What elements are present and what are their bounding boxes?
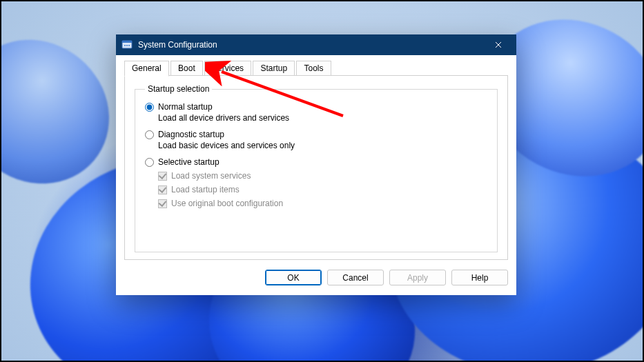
checkbox-label: Load startup items (171, 185, 240, 194)
close-icon (495, 41, 502, 48)
tab-services[interactable]: Services (204, 61, 251, 76)
radio-diagnostic-startup[interactable] (145, 130, 154, 139)
tab-boot[interactable]: Boot (170, 61, 203, 76)
button-label: Cancel (342, 273, 368, 283)
help-button[interactable]: Help (451, 270, 508, 285)
tab-general[interactable]: General (124, 61, 169, 77)
radio-label: Diagnostic startup (158, 130, 224, 139)
apply-button[interactable]: Apply (389, 270, 446, 285)
tab-strip: General Boot Services Startup Tools (124, 61, 508, 76)
tab-label: General (132, 63, 162, 73)
radio-label: Normal startup (158, 102, 213, 112)
cancel-button[interactable]: Cancel (327, 270, 384, 285)
dialog-button-row: OK Cancel Apply Help (124, 270, 508, 285)
radio-label: Selective startup (158, 157, 219, 167)
window-title: System Configuration (138, 40, 217, 50)
tab-tools[interactable]: Tools (296, 61, 331, 76)
tab-label: Boot (178, 63, 195, 73)
button-label: Apply (407, 273, 428, 283)
ok-button[interactable]: OK (265, 270, 322, 285)
button-label: Help (471, 273, 489, 283)
tab-startup[interactable]: Startup (253, 61, 295, 76)
checkbox-label: Use original boot configuration (171, 199, 283, 208)
close-button[interactable] (483, 34, 514, 55)
titlebar[interactable]: System Configuration (116, 34, 516, 55)
radio-normal-startup[interactable] (145, 103, 154, 112)
tab-label: Services (212, 63, 244, 73)
startup-selection-group: Startup selection Normal startup Load al… (135, 84, 498, 252)
msconfig-icon (121, 39, 133, 50)
svg-rect-1 (122, 41, 132, 43)
checkbox-load-system-services (158, 172, 167, 181)
system-configuration-dialog: System Configuration General Boot Servic… (116, 34, 516, 295)
checkbox-load-startup-items (158, 185, 167, 194)
tab-label: Startup (260, 63, 287, 73)
tab-label: Tools (304, 63, 323, 73)
svg-point-2 (124, 45, 126, 46)
tab-panel-general: Startup selection Normal startup Load al… (124, 75, 508, 260)
dialog-client-area: General Boot Services Startup Tools Star… (116, 55, 516, 295)
radio-selective-startup[interactable] (145, 158, 154, 167)
radio-description: Load all device drivers and services (158, 113, 487, 123)
selective-startup-options: Load system services Load startup items … (158, 171, 487, 208)
checkbox-use-original-boot-config (158, 199, 167, 208)
svg-point-3 (126, 45, 128, 46)
radio-description: Load basic devices and services only (158, 141, 487, 150)
button-label: OK (287, 273, 299, 283)
group-legend: Startup selection (145, 84, 212, 94)
checkbox-label: Load system services (171, 171, 251, 181)
svg-point-4 (128, 45, 130, 46)
